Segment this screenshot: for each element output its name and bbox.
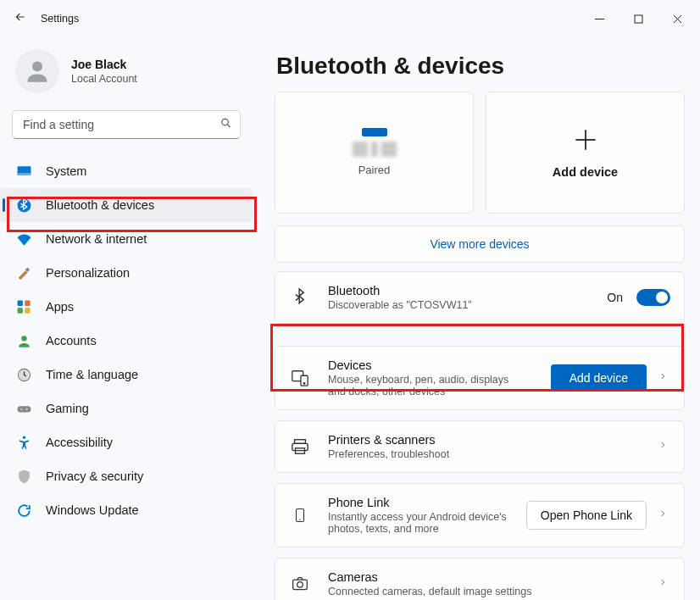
nav-accounts[interactable]: Accounts <box>0 324 253 358</box>
svg-point-20 <box>22 436 25 438</box>
search-icon <box>219 117 232 133</box>
nav-windows-update[interactable]: Windows Update <box>0 493 253 527</box>
nav-apps[interactable]: Apps <box>0 290 253 324</box>
nav-label: Gaming <box>46 402 89 415</box>
avatar <box>15 49 59 93</box>
nav-list: System Bluetooth & devices Network & int… <box>0 154 253 527</box>
nav-label: Personalization <box>46 266 130 280</box>
bluetooth-sub: Discoverable as "CTOSVW11" <box>328 299 590 311</box>
sidebar: Joe Black Local Account System Bluetooth… <box>0 37 261 600</box>
bluetooth-toggle[interactable] <box>636 289 670 306</box>
nav-network[interactable]: Network & internet <box>0 222 253 256</box>
devices-card[interactable]: Devices Mouse, keyboard, pen, audio, dis… <box>275 346 685 410</box>
bluetooth-card: Bluetooth Discoverable as "CTOSVW11" On <box>275 271 685 324</box>
nav-label: Time & language <box>46 368 138 381</box>
svg-rect-26 <box>295 440 306 444</box>
svg-line-6 <box>227 125 230 127</box>
svg-point-32 <box>297 582 303 588</box>
nav-label: System <box>46 164 86 178</box>
nav-time-language[interactable]: Time & language <box>0 358 253 392</box>
back-button[interactable] <box>3 10 37 27</box>
svg-rect-11 <box>17 300 22 305</box>
page-title: Bluetooth & devices <box>276 53 685 80</box>
svg-rect-13 <box>17 308 22 313</box>
cameras-card[interactable]: Cameras Connected cameras, default image… <box>275 558 685 600</box>
add-device-label: Add device <box>553 165 618 179</box>
paired-device-tile[interactable]: Paired <box>275 92 474 214</box>
add-device-tile[interactable]: Add device <box>486 92 685 214</box>
plus-icon <box>574 127 597 158</box>
close-button[interactable] <box>658 0 697 37</box>
svg-rect-27 <box>292 443 308 450</box>
wifi-icon <box>15 231 32 247</box>
phone-title: Phone Link <box>328 496 509 509</box>
nav-label: Apps <box>46 300 74 314</box>
svg-rect-14 <box>25 308 30 313</box>
bluetooth-icon <box>289 287 311 308</box>
phone-icon <box>289 505 311 525</box>
nav-accessibility[interactable]: Accessibility <box>0 425 253 459</box>
add-device-button[interactable]: Add device <box>551 364 647 392</box>
devices-icon <box>289 369 311 387</box>
phone-sub: Instantly access your Android device's p… <box>328 511 509 535</box>
nav-label: Bluetooth & devices <box>46 198 154 212</box>
titlebar: Settings <box>0 0 700 37</box>
open-phone-link-button[interactable]: Open Phone Link <box>526 501 647 530</box>
printer-icon <box>289 437 311 456</box>
printers-title: Printers & scanners <box>328 433 642 447</box>
svg-point-5 <box>222 119 229 125</box>
window-title: Settings <box>37 13 580 25</box>
svg-point-15 <box>21 336 26 341</box>
svg-point-18 <box>20 408 22 409</box>
svg-rect-1 <box>635 15 642 23</box>
nav-label: Privacy & security <box>46 469 143 483</box>
svg-point-4 <box>32 61 42 71</box>
chevron-right-icon <box>658 576 670 592</box>
cameras-sub: Connected cameras, default image setting… <box>328 586 642 597</box>
gamepad-icon <box>15 400 32 417</box>
maximize-button[interactable] <box>619 0 658 37</box>
bluetooth-icon <box>15 197 32 214</box>
device-image-icon <box>362 128 387 136</box>
paired-label: Paired <box>358 164 391 176</box>
profile[interactable]: Joe Black Local Account <box>0 37 253 110</box>
apps-icon <box>15 298 32 315</box>
nav-system[interactable]: System <box>0 154 253 188</box>
system-icon <box>15 163 32 180</box>
svg-rect-8 <box>17 173 31 175</box>
nav-label: Network & internet <box>46 232 147 246</box>
chevron-right-icon <box>658 508 670 523</box>
view-more-devices-button[interactable]: View more devices <box>275 225 685 263</box>
brush-icon <box>15 264 32 281</box>
nav-label: Accounts <box>46 334 97 347</box>
cameras-title: Cameras <box>328 570 642 584</box>
minimize-button[interactable] <box>580 0 619 37</box>
profile-name: Joe Black <box>71 58 137 71</box>
update-icon <box>15 502 32 519</box>
person-icon <box>15 332 32 349</box>
shield-icon <box>15 468 32 485</box>
clock-icon <box>15 366 32 383</box>
view-more-label: View more devices <box>430 237 529 251</box>
chevron-right-icon <box>658 439 670 454</box>
device-image-icon <box>353 142 397 157</box>
svg-point-19 <box>25 408 27 409</box>
nav-personalization[interactable]: Personalization <box>0 256 253 290</box>
devices-sub: Mouse, keyboard, pen, audio, displays an… <box>328 374 523 397</box>
phone-link-card[interactable]: Phone Link Instantly access your Android… <box>275 483 685 547</box>
search-box[interactable] <box>12 110 241 139</box>
svg-rect-12 <box>25 300 30 305</box>
nav-privacy-security[interactable]: Privacy & security <box>0 459 253 493</box>
printers-card[interactable]: Printers & scanners Preferences, trouble… <box>275 420 685 473</box>
accessibility-icon <box>15 434 32 451</box>
nav-label: Accessibility <box>46 436 113 449</box>
nav-label: Windows Update <box>46 503 139 517</box>
nav-bluetooth-devices[interactable]: Bluetooth & devices <box>0 188 253 222</box>
printers-sub: Preferences, troubleshoot <box>328 448 642 460</box>
search-input[interactable] <box>12 110 241 139</box>
nav-gaming[interactable]: Gaming <box>0 392 253 425</box>
bluetooth-title: Bluetooth <box>328 284 590 297</box>
svg-point-25 <box>303 383 304 384</box>
chevron-right-icon <box>658 370 670 386</box>
bluetooth-state-label: On <box>607 291 623 304</box>
